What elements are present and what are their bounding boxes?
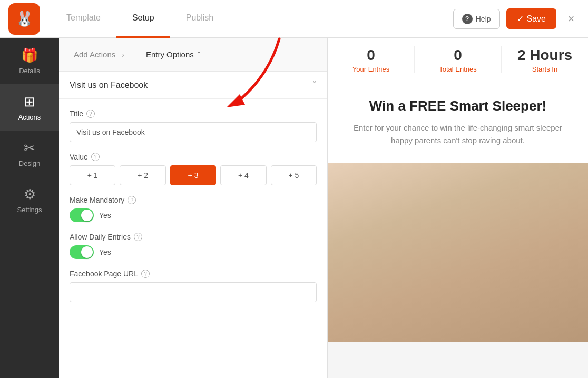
section-header[interactable]: Visit us on Facebook ˅ [59,72,327,99]
daily-help-icon[interactable]: ? [134,233,142,241]
app-logo: 🐰 [8,3,40,35]
nav-tabs: Template Setup Publish [51,0,453,38]
title-label: Title ? [70,110,317,118]
daily-toggle-knob [81,246,93,258]
make-mandatory-group: Make Mandatory ? Yes [70,196,317,222]
design-icon: ✂ [24,140,35,156]
panel-subheader: Add Actions › Entry Options ˅ [59,38,327,72]
save-button[interactable]: ✓ Save [506,8,556,29]
sidebar-item-actions[interactable]: ⊞ Actions [0,84,59,131]
title-input[interactable] [70,122,317,142]
value-btn-1[interactable]: + 1 [70,165,115,185]
add-actions-label: Add Actions [74,50,115,59]
sidebar-label-actions: Actions [18,113,41,121]
help-label: Help [476,15,491,23]
your-entries-value: 0 [328,46,414,64]
facebook-url-input[interactable] [70,282,317,302]
save-checkmark-icon: ✓ [517,14,524,24]
preview-image-overlay [328,163,588,342]
allow-daily-label: Allow Daily Entries ? [70,233,317,241]
sidebar-label-details: Details [19,67,40,75]
total-entries-label: Total Entries [415,65,501,73]
sidebar-item-design[interactable]: ✂ Design [0,131,59,177]
toggle-knob [81,210,93,221]
daily-toggle-row: Yes [70,245,317,259]
mandatory-toggle[interactable] [70,208,94,222]
preview-panel: 0 Your Entries 0 Total Entries 2 Hours S… [328,38,588,378]
value-btn-5[interactable]: + 5 [271,165,317,185]
value-form-group: Value ? + 1 + 2 + 3 + 4 + 5 [70,153,317,185]
starts-in-label: Starts In [502,65,588,73]
mandatory-toggle-row: Yes [70,208,317,222]
details-icon: 🎁 [21,47,38,64]
value-label: Value ? [70,153,317,161]
help-button[interactable]: ? Help [453,9,500,29]
save-label: Save [527,14,546,24]
entry-options-button[interactable]: Entry Options ˅ [140,46,207,63]
title-help-icon[interactable]: ? [86,110,95,118]
chevron-right-icon: › [122,51,124,59]
sidebar: 🎁 Details ⊞ Actions ✂ Design ⚙ Settings [0,38,59,378]
close-button[interactable]: × [563,11,580,27]
stat-total-entries: 0 Total Entries [415,46,501,73]
preview-title: Win a FREE Smart Sleeper! [349,98,567,114]
your-entries-label: Your Entries [328,65,414,73]
facebook-url-help-icon[interactable]: ? [141,270,150,278]
value-buttons: + 1 + 2 + 3 + 4 + 5 [70,165,317,185]
sidebar-label-design: Design [19,160,40,167]
section-chevron-icon: ˅ [312,80,317,90]
add-actions-button[interactable]: Add Actions › [67,46,131,63]
section-title: Visit us on Facebook [70,81,148,90]
preview-content: Win a FREE Smart Sleeper! Enter for your… [328,82,588,163]
value-btn-2[interactable]: + 2 [120,165,165,185]
mandatory-help-icon[interactable]: ? [128,196,136,204]
tab-template[interactable]: Template [51,0,116,38]
sidebar-item-settings[interactable]: ⚙ Settings [0,177,59,223]
preview-image [328,163,588,342]
chevron-down-icon: ˅ [197,51,201,59]
facebook-url-label: Facebook Page URL ? [70,270,317,278]
preview-description: Enter for your chance to win the life-ch… [349,122,567,147]
tab-publish[interactable]: Publish [170,0,229,38]
daily-toggle[interactable] [70,245,94,259]
actions-icon: ⊞ [24,94,35,110]
stat-starts-in: 2 Hours Starts In [502,46,588,73]
total-entries-value: 0 [415,46,501,64]
starts-in-value: 2 Hours [502,46,588,64]
help-icon: ? [462,14,473,24]
sidebar-label-settings: Settings [17,206,42,214]
allow-daily-group: Allow Daily Entries ? Yes [70,233,317,259]
nav-actions: ? Help ✓ Save × [453,8,580,29]
value-help-icon[interactable]: ? [91,153,100,161]
subheader-divider [135,45,135,64]
mandatory-toggle-label: Yes [99,211,111,220]
daily-toggle-label: Yes [99,248,111,256]
top-nav: 🐰 Template Setup Publish ? Help ✓ Save × [0,0,588,38]
value-btn-4[interactable]: + 4 [220,165,266,185]
main-body: 🎁 Details ⊞ Actions ✂ Design ⚙ Settings … [0,38,588,378]
tab-setup[interactable]: Setup [116,0,170,38]
sidebar-item-details[interactable]: 🎁 Details [0,38,59,84]
facebook-url-group: Facebook Page URL ? [70,270,317,302]
logo-icon: 🐰 [15,10,34,27]
stats-bar: 0 Your Entries 0 Total Entries 2 Hours S… [328,38,588,82]
make-mandatory-label: Make Mandatory ? [70,196,317,204]
value-btn-3[interactable]: + 3 [170,165,216,185]
stat-your-entries: 0 Your Entries [328,46,414,73]
settings-icon: ⚙ [24,186,36,203]
title-form-group: Title ? [70,110,317,142]
entry-options-label: Entry Options [146,50,194,59]
panel: Add Actions › Entry Options ˅ Visit us o… [59,38,328,378]
